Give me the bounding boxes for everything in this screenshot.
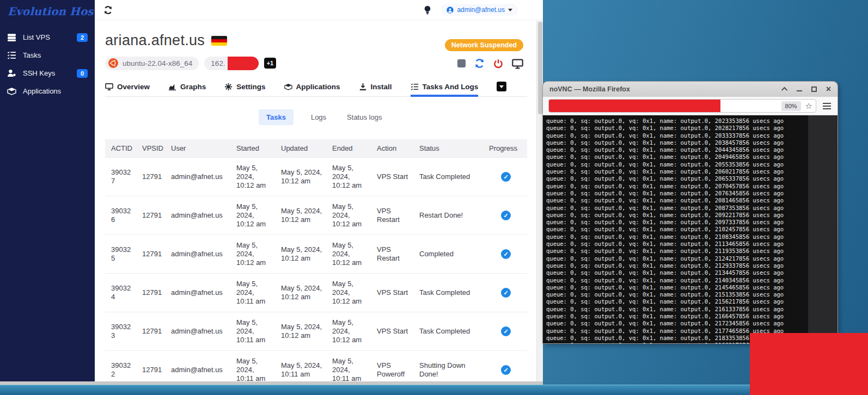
cell-ended: May 5, 2024, 10:12 am bbox=[328, 274, 372, 312]
ssh-user-icon bbox=[7, 69, 16, 78]
table-row: 390325 12791 admin@afnet.us May 5, 2024,… bbox=[105, 235, 527, 274]
tab-settings[interactable]: Settings bbox=[224, 83, 265, 96]
redaction-box bbox=[750, 333, 868, 395]
monitor-icon bbox=[105, 83, 113, 91]
tasks-table: ACTID VPSID User Started Updated Ended A… bbox=[105, 139, 527, 381]
subtab-status-logs[interactable]: Status logs bbox=[344, 109, 385, 125]
cell-vpsid: 12791 bbox=[138, 274, 167, 312]
minimize-icon[interactable] bbox=[797, 90, 802, 91]
task-completed-check-icon: ✓ bbox=[501, 249, 511, 259]
tab-graphs[interactable]: Graphs bbox=[168, 83, 206, 96]
sidebar-item[interactable]: Applications bbox=[0, 82, 95, 100]
scrollbar-thumb[interactable] bbox=[538, 22, 542, 114]
sidebar-item[interactable]: Tasks bbox=[0, 46, 95, 64]
window-titlebar[interactable]: noVNC — Mozilla Firefox × bbox=[543, 82, 838, 97]
table-row: 390322 12791 admin@afnet.us May 5, 2024,… bbox=[105, 351, 527, 382]
tab-install[interactable]: Install bbox=[359, 83, 392, 96]
cell-vpsid: 12791 bbox=[138, 158, 167, 196]
count-badge: 2 bbox=[77, 33, 88, 42]
cell-ended: May 5, 2024, 10:12 am bbox=[328, 196, 372, 235]
bookmark-star-icon[interactable]: ☆ bbox=[805, 102, 812, 110]
sidebar-item-label: List VPS bbox=[23, 33, 50, 41]
sidebar-item-label: Applications bbox=[23, 87, 61, 95]
ip-badge: 162. bbox=[204, 57, 258, 70]
subtab-tasks[interactable]: Tasks bbox=[259, 109, 294, 125]
cell-status: Shutting Down Done! bbox=[415, 351, 485, 382]
account-menu[interactable]: admin@afnet.us bbox=[441, 4, 518, 16]
close-icon[interactable]: × bbox=[826, 86, 831, 92]
table-row: 390324 12791 admin@afnet.us May 5, 2024,… bbox=[105, 274, 527, 312]
server-icon bbox=[7, 33, 16, 42]
url-bar[interactable]: 80% ☆ bbox=[548, 99, 816, 113]
column-header: VPSID bbox=[138, 139, 167, 158]
tab-label: Install bbox=[371, 83, 392, 91]
shade-icon[interactable] bbox=[781, 87, 787, 93]
redaction-box bbox=[228, 57, 259, 70]
sidebar-item-label: SSH Keys bbox=[23, 69, 55, 77]
cell-actid: 390326 bbox=[105, 196, 138, 235]
column-header: ACTID bbox=[105, 139, 138, 158]
cell-updated: May 5, 2024, 10:12 am bbox=[277, 274, 328, 312]
cell-action: VPS Poweroff bbox=[372, 351, 415, 382]
task-completed-check-icon: ✓ bbox=[501, 326, 511, 336]
cell-user: admin@afnet.us bbox=[167, 235, 232, 274]
account-label: admin@afnet.us bbox=[457, 6, 505, 14]
tab-overflow-dropdown[interactable] bbox=[497, 82, 506, 91]
sidebar: Evolution Host List VPS 2 Tasks SSH Keys… bbox=[0, 0, 95, 381]
applications-icon bbox=[7, 87, 16, 96]
ip-prefix: 162. bbox=[211, 59, 225, 67]
column-header: Action bbox=[372, 139, 415, 158]
tab-overview[interactable]: Overview bbox=[105, 83, 150, 96]
cell-actid: 390324 bbox=[105, 274, 138, 312]
hamburger-menu-icon[interactable] bbox=[822, 102, 832, 110]
chevron-down-icon bbox=[499, 85, 504, 88]
redaction-box bbox=[549, 99, 720, 113]
table-body: 390327 12791 admin@afnet.us May 5, 2024,… bbox=[105, 158, 527, 382]
cell-vpsid: 12791 bbox=[138, 235, 167, 274]
sidebar-item[interactable]: List VPS 2 bbox=[0, 28, 95, 46]
cell-started: May 5, 2024, 10:11 am bbox=[232, 351, 277, 382]
extra-ip-badge[interactable]: +1 bbox=[264, 58, 277, 69]
scrollbar[interactable] bbox=[536, 21, 543, 381]
subtab-logs[interactable]: Logs bbox=[308, 109, 329, 125]
os-label: ubuntu-22.04-x86_64 bbox=[123, 59, 192, 67]
power-icon[interactable] bbox=[493, 59, 503, 69]
graph-icon bbox=[168, 83, 176, 91]
cell-action: VPS Restart bbox=[372, 235, 415, 274]
cell-user: admin@afnet.us bbox=[167, 351, 232, 382]
tab-bar: Overview Graphs Settings Applications In… bbox=[105, 82, 527, 97]
stop-button[interactable] bbox=[457, 59, 466, 67]
lightbulb-icon[interactable] bbox=[424, 5, 431, 15]
column-header: Started bbox=[232, 139, 277, 158]
subtab-bar: Tasks Logs Status logs bbox=[259, 109, 543, 125]
vnc-viewport[interactable]: queue: 0, sq: output.0, vq: 0x1, name: o… bbox=[543, 115, 838, 343]
main-panel: admin@afnet.us Network Suspended ariana.… bbox=[95, 0, 543, 381]
cell-status: Task Completed bbox=[415, 274, 485, 312]
cell-started: May 5, 2024, 10:11 am bbox=[232, 312, 277, 351]
refresh-icon[interactable] bbox=[474, 58, 485, 69]
tab-applications[interactable]: Applications bbox=[284, 83, 340, 96]
tab-tasks-and-logs[interactable]: Tasks And Logs bbox=[411, 83, 479, 97]
maximize-icon[interactable] bbox=[811, 87, 817, 92]
desktop-taskbar[interactable] bbox=[0, 385, 868, 395]
terminal-output[interactable]: queue: 0, sq: output.0, vq: 0x1, name: o… bbox=[543, 115, 808, 343]
cell-started: May 5, 2024, 10:11 am bbox=[232, 274, 277, 312]
monitor-icon[interactable] bbox=[512, 58, 523, 69]
zoom-level-badge[interactable]: 80% bbox=[781, 101, 801, 111]
cell-user: admin@afnet.us bbox=[167, 274, 232, 312]
gear-icon bbox=[224, 83, 233, 91]
cell-updated: May 5, 2024, 10:12 am bbox=[277, 235, 328, 274]
cell-started: May 5, 2024, 10:12 am bbox=[232, 235, 277, 274]
window-title: noVNC — Mozilla Firefox bbox=[549, 85, 630, 93]
cell-status: Task Completed bbox=[415, 312, 485, 351]
cell-user: admin@afnet.us bbox=[167, 196, 232, 235]
count-badge: 0 bbox=[77, 69, 88, 78]
refresh-icon[interactable] bbox=[103, 5, 113, 15]
cell-updated: May 5, 2024, 10:11 am bbox=[277, 351, 328, 382]
sidebar-item[interactable]: SSH Keys 0 bbox=[0, 64, 95, 82]
table-row: 390323 12791 admin@afnet.us May 5, 2024,… bbox=[105, 312, 527, 351]
cell-actid: 390323 bbox=[105, 312, 138, 351]
cell-action: VPS Restart bbox=[372, 196, 415, 235]
content-area: Network Suspended ariana.afnet.us ubuntu… bbox=[95, 32, 543, 381]
tab-label: Graphs bbox=[180, 83, 206, 91]
